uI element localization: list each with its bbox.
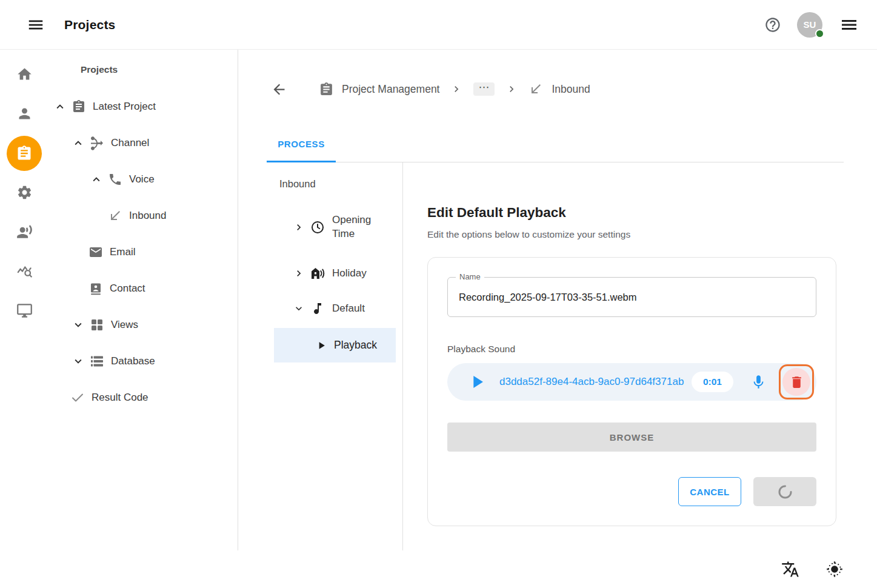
rail-agents-button[interactable]: [0, 212, 48, 252]
breadcrumb-current[interactable]: Inbound: [529, 82, 590, 97]
sidebar-toggle-button[interactable]: [24, 13, 47, 36]
rail-analytics-button[interactable]: [0, 252, 48, 291]
translate-button[interactable]: [779, 558, 802, 581]
person-icon: [16, 105, 33, 122]
contact-card-icon: [88, 281, 103, 296]
editor-pane: Edit Default Playback Edit the options b…: [403, 162, 877, 550]
tree-item-email[interactable]: Email: [48, 234, 238, 270]
user-avatar[interactable]: SU: [797, 12, 822, 38]
tree-item-database[interactable]: Database: [48, 343, 238, 379]
monitor-icon: [16, 302, 33, 319]
tree-item-label: Email: [110, 246, 136, 258]
cancel-button[interactable]: CANCEL: [678, 477, 741, 506]
save-button-loading[interactable]: [753, 477, 816, 506]
settings-gear-icon: [16, 184, 33, 201]
loading-spinner-icon: [777, 484, 793, 500]
breadcrumb-current-label: Inbound: [552, 83, 590, 96]
bottom-toolbar: [0, 550, 877, 588]
clipboard-icon: [7, 136, 42, 171]
music-note-icon: [310, 301, 325, 316]
page-title: Projects: [64, 18, 115, 32]
process-item-playback[interactable]: Playback: [274, 328, 396, 362]
audio-filename: d3dda52f-89e4-4acb-9ac0-97d64f371ab: [499, 376, 687, 388]
holiday-house-icon: [310, 266, 325, 281]
rail-home-button[interactable]: [0, 55, 48, 94]
name-field: Name: [447, 277, 816, 317]
call-received-icon: [108, 209, 122, 223]
process-item-label: Default: [332, 302, 365, 316]
chevron-down-icon[interactable]: [72, 355, 85, 368]
back-button[interactable]: [268, 79, 290, 100]
translate-icon: [781, 560, 799, 578]
play-icon: [467, 372, 487, 392]
breadcrumb-collapsed-button[interactable]: ⋯: [473, 82, 495, 96]
topbar: Projects SU: [0, 0, 877, 50]
tree-item-latest-project[interactable]: Latest Project: [48, 89, 238, 125]
chevron-right-icon: [505, 83, 518, 95]
hamburger-menu-icon: [27, 16, 45, 34]
tree-item-result-code[interactable]: Result Code: [48, 379, 238, 416]
editor-subtitle: Edit the options below to customize your…: [427, 229, 836, 240]
play-icon: [315, 339, 327, 352]
process-item-opening-time[interactable]: Opening Time: [238, 210, 402, 244]
tree-item-inbound[interactable]: Inbound: [48, 198, 238, 234]
tab-process[interactable]: PROCESS: [267, 127, 336, 162]
clipboard-icon: [319, 82, 334, 97]
check-icon: [70, 390, 85, 405]
breadcrumb: Project Management ⋯ Inbound: [238, 50, 877, 113]
brightness-toggle-button[interactable]: [824, 558, 845, 580]
tree-item-label: Latest Project: [93, 101, 156, 113]
microphone-icon: [750, 374, 767, 390]
tab-bar: PROCESS: [238, 113, 877, 162]
tree-item-label: Contact: [110, 282, 145, 295]
icon-rail: [0, 50, 48, 550]
help-icon: [764, 16, 781, 33]
process-item-holiday[interactable]: Holiday: [238, 260, 402, 287]
name-field-label: Name: [456, 272, 484, 281]
chevron-down-icon[interactable]: [72, 318, 85, 332]
playback-sound-label: Playback Sound: [447, 344, 816, 355]
rail-projects-button[interactable]: [0, 133, 48, 173]
chevron-right-icon[interactable]: [293, 267, 305, 279]
process-item-label: Opening Time: [332, 213, 383, 241]
clipboard-icon: [72, 99, 86, 114]
delete-recording-button[interactable]: [779, 364, 814, 399]
record-button[interactable]: [748, 372, 769, 393]
main-content: Project Management ⋯ Inbound PROCESS Inb…: [238, 50, 877, 550]
play-button[interactable]: [464, 369, 490, 395]
online-status-dot: [815, 29, 824, 38]
email-icon: [88, 245, 103, 259]
project-tree-sidebar: Projects Latest Project Channel Voice: [48, 50, 238, 550]
overflow-menu-button[interactable]: [837, 13, 861, 37]
tree-item-label: Result Code: [92, 392, 148, 404]
audio-player: d3dda52f-89e4-4acb-9ac0-97d64f371ab 0:01: [447, 363, 816, 401]
chevron-down-icon[interactable]: [293, 302, 305, 315]
tree-item-label: Channel: [111, 137, 149, 149]
rail-settings-button[interactable]: [0, 173, 48, 212]
chevron-right-icon[interactable]: [293, 221, 305, 233]
rail-users-button[interactable]: [0, 94, 48, 133]
breadcrumb-project[interactable]: Project Management: [319, 82, 439, 97]
hamburger-menu-icon: [839, 15, 859, 35]
clock-icon: [310, 220, 325, 235]
help-button[interactable]: [762, 14, 784, 36]
process-item-label: Holiday: [332, 267, 367, 281]
phone-icon: [108, 172, 122, 187]
chevron-up-icon[interactable]: [72, 136, 85, 150]
mediation-icon: [90, 136, 104, 150]
tree-item-views[interactable]: Views: [48, 307, 238, 343]
editor-title: Edit Default Playback: [427, 205, 836, 221]
tab-bar-divider: [336, 162, 844, 162]
voice-over-icon: [16, 224, 33, 240]
chevron-up-icon[interactable]: [53, 100, 67, 113]
name-input[interactable]: [448, 278, 816, 316]
database-icon: [90, 354, 104, 369]
chevron-up-icon[interactable]: [90, 173, 103, 186]
tree-item-voice[interactable]: Voice: [48, 161, 238, 198]
browse-button[interactable]: BROWSE: [447, 423, 816, 452]
rail-monitor-button[interactable]: [0, 291, 48, 330]
process-item-default[interactable]: Default: [238, 295, 402, 322]
tree-item-channel[interactable]: Channel: [48, 125, 238, 161]
card-footer: CANCEL: [447, 477, 816, 506]
tree-item-contact[interactable]: Contact: [48, 270, 238, 307]
